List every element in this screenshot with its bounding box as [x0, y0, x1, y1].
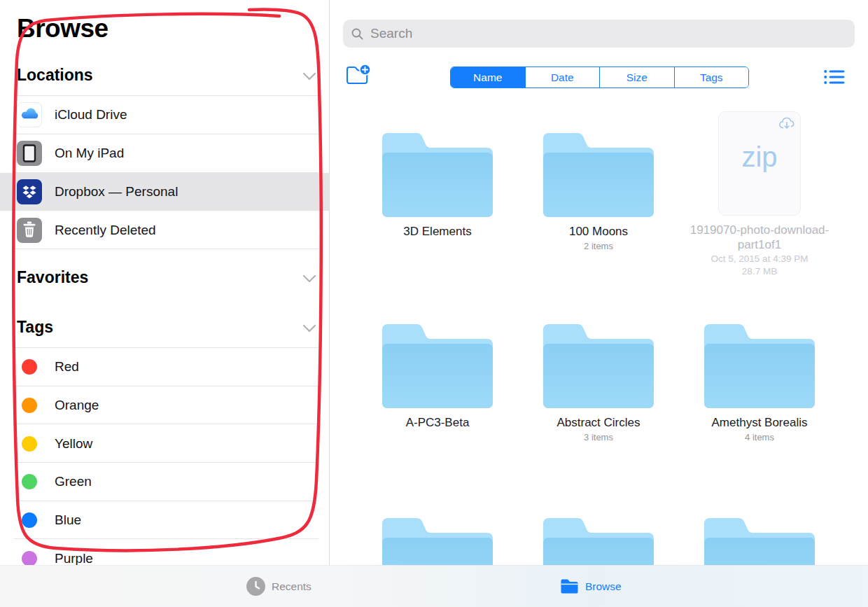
- files-app-window: Browse Locations iCloud Drive On My iPad: [0, 0, 868, 607]
- sidebar-title: Browse: [17, 14, 108, 43]
- folder-icon: [704, 324, 815, 408]
- sidebar-item-on-my-ipad[interactable]: On My iPad: [0, 134, 329, 173]
- sidebar-item-icloud-drive[interactable]: iCloud Drive: [0, 96, 329, 134]
- tag-label: Red: [55, 359, 79, 375]
- item-date: Oct 5, 2015 at 4:39 PM: [679, 253, 840, 265]
- folder-icon: [382, 133, 493, 217]
- sidebar-item-recently-deleted[interactable]: Recently Deleted: [0, 211, 329, 249]
- tag-label: Blue: [55, 512, 81, 528]
- search-icon: [351, 28, 363, 40]
- grid-item-folder[interactable]: Abstract Circles 3 items: [518, 324, 679, 442]
- item-name: Abstract Circles: [518, 415, 679, 430]
- sort-segment-size[interactable]: Size: [599, 67, 674, 88]
- red-tag-dot: [22, 359, 37, 375]
- list-view-icon: [823, 68, 846, 86]
- cloud-download-icon: [778, 116, 795, 131]
- browse-content: Name Date Size Tags 3D Elements: [330, 0, 868, 607]
- item-count: [357, 432, 518, 442]
- item-size: 28.7 MB: [679, 266, 840, 277]
- item-count: 2 items: [518, 241, 679, 251]
- blue-tag-dot: [22, 512, 37, 528]
- folder-icon: [543, 133, 654, 217]
- sidebar-item-label: Dropbox — Personal: [55, 184, 178, 200]
- item-name: Amethyst Borealis: [679, 415, 840, 430]
- sidebar-item-tag-red[interactable]: Red: [0, 348, 329, 386]
- list-view-button[interactable]: [822, 67, 846, 88]
- sort-segment-name[interactable]: Name: [451, 67, 525, 88]
- sidebar-item-tag-green[interactable]: Green: [0, 463, 329, 501]
- new-folder-icon: [344, 62, 372, 89]
- sort-segmented-control: Name Date Size Tags: [450, 67, 749, 88]
- zip-file-icon: zip: [718, 111, 801, 216]
- item-name: 100 Moons: [518, 224, 679, 239]
- dropbox-icon: [17, 179, 42, 204]
- sidebar-item-tag-yellow[interactable]: Yellow: [0, 424, 329, 463]
- purple-tag-dot: [22, 551, 37, 566]
- tags-section-header: Tags: [17, 318, 53, 337]
- sidebar-item-tag-orange[interactable]: Orange: [0, 386, 329, 425]
- trash-icon: [17, 218, 42, 243]
- sidebar-item-label: On My iPad: [55, 146, 124, 161]
- tag-label: Green: [55, 474, 92, 489]
- item-count: 4 items: [679, 432, 840, 442]
- locations-list: iCloud Drive On My iPad: [0, 96, 329, 249]
- item-name: 3D Elements: [357, 224, 518, 239]
- bottom-tab-bar: Recents Browse: [0, 565, 868, 607]
- orange-tag-dot: [22, 398, 37, 413]
- sidebar-item-label: iCloud Drive: [55, 107, 127, 123]
- sort-segment-date[interactable]: Date: [525, 67, 600, 88]
- folder-icon: [382, 324, 493, 408]
- tab-label: Recents: [272, 580, 312, 593]
- tab-recents[interactable]: Recents: [246, 566, 312, 607]
- chevron-down-icon[interactable]: [302, 72, 316, 81]
- tags-list: Red Orange Yellow Green Blue Purple: [0, 348, 329, 578]
- chevron-down-icon[interactable]: [302, 324, 316, 333]
- green-tag-dot: [22, 474, 37, 489]
- grid-item-folder[interactable]: 100 Moons 2 items: [518, 133, 679, 251]
- sort-segment-tags[interactable]: Tags: [674, 67, 749, 88]
- favorites-section-header: Favorites: [17, 268, 88, 287]
- tab-label: Browse: [585, 580, 622, 593]
- locations-section-header: Locations: [17, 66, 93, 85]
- search-bar[interactable]: [343, 20, 855, 48]
- tag-label: Yellow: [55, 436, 92, 452]
- item-name: A-PC3-Beta: [357, 415, 518, 430]
- folder-icon: [543, 324, 654, 408]
- grid-item-folder[interactable]: A-PC3-Beta: [357, 324, 518, 442]
- item-count: 3 items: [518, 432, 679, 442]
- tag-label: Orange: [55, 398, 99, 413]
- chevron-down-icon[interactable]: [302, 274, 316, 283]
- sidebar-item-label: Recently Deleted: [55, 223, 156, 238]
- search-input[interactable]: [369, 25, 792, 42]
- browse-folder-icon: [560, 578, 579, 594]
- sidebar: Browse Locations iCloud Drive On My iPad: [0, 0, 330, 607]
- sidebar-item-tag-blue[interactable]: Blue: [0, 501, 329, 540]
- sidebar-item-dropbox[interactable]: Dropbox — Personal: [0, 173, 329, 211]
- tag-label: Purple: [55, 551, 93, 566]
- grid-item-folder[interactable]: 3D Elements: [357, 133, 518, 251]
- grid-item-folder[interactable]: Amethyst Borealis 4 items: [679, 324, 840, 442]
- yellow-tag-dot: [22, 436, 37, 452]
- tab-browse[interactable]: Browse: [560, 566, 622, 607]
- item-name: 1919070-photo-download-part1of1: [690, 223, 830, 252]
- grid-item-zip-file[interactable]: zip 1919070-photo-download-part1of1 Oct …: [679, 111, 840, 277]
- ipad-icon: [17, 141, 42, 166]
- new-folder-button[interactable]: [344, 62, 372, 89]
- item-count: [357, 241, 518, 251]
- clock-icon: [246, 577, 265, 596]
- icloud-icon: [17, 102, 42, 127]
